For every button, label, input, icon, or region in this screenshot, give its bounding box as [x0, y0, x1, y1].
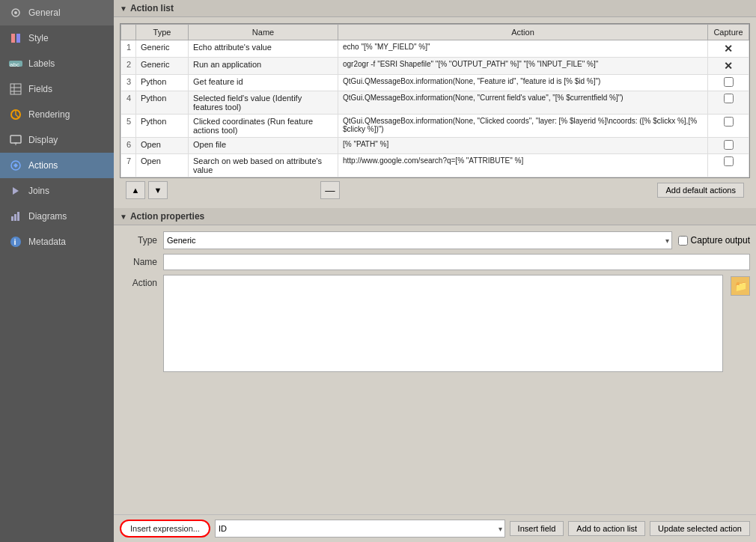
row-type: Python [136, 115, 189, 138]
sidebar-item-general[interactable]: General [0, 0, 114, 25]
row-capture[interactable] [708, 154, 749, 177]
sidebar-label-metadata: Metadata [28, 237, 66, 247]
main-content: ▼ Action list Type Name Action Capture 1… [114, 0, 756, 542]
capture-checkbox[interactable] [724, 94, 734, 103]
capture-checkbox[interactable] [724, 77, 734, 87]
row-name: Open file [189, 138, 338, 154]
row-type: Python [136, 75, 189, 91]
capture-checkbox[interactable] [724, 117, 734, 127]
btn-insert-field[interactable]: Insert field [510, 521, 564, 536]
capture-output-checkbox[interactable] [678, 236, 688, 246]
type-label: Type [120, 235, 157, 246]
row-type: Python [136, 91, 189, 115]
btn-move-down[interactable]: ▼ [148, 181, 168, 199]
capture-checkbox[interactable] [724, 140, 734, 150]
sidebar: General Style abc Labels Fields Renderin… [0, 0, 114, 542]
row-name: Run an application [189, 58, 338, 75]
sidebar-item-display[interactable]: Display [0, 127, 114, 153]
svg-rect-17 [14, 214, 16, 221]
capture-output-row: Capture output [678, 235, 750, 246]
row-num: 5 [121, 115, 136, 138]
row-capture[interactable] [708, 75, 749, 91]
btn-folder[interactable]: 📁 [731, 276, 750, 296]
row-type: Open [136, 154, 189, 177]
row-capture[interactable]: ✕ [708, 58, 749, 75]
action-props-header[interactable]: ▼ Action properties [114, 208, 756, 225]
sidebar-label-general: General [28, 7, 61, 18]
name-label: Name [120, 257, 157, 267]
action-textarea-wrapper [163, 275, 723, 372]
capture-checkbox[interactable] [724, 156, 734, 166]
sidebar-label-labels: Labels [28, 58, 55, 69]
col-name-header: Name [189, 25, 338, 40]
table-row[interactable]: 6OpenOpen file[% "PATH" %] [121, 138, 749, 154]
sidebar-label-display: Display [28, 135, 58, 145]
action-props-title: Action properties [130, 211, 204, 222]
row-capture[interactable] [708, 138, 749, 154]
joins-icon [9, 184, 22, 198]
sidebar-item-rendering[interactable]: Rendering [0, 102, 114, 127]
svg-rect-6 [10, 84, 21, 94]
row-action: QtGui.QMessageBox.information(None, "Cur… [338, 91, 708, 115]
metadata-icon: i [9, 235, 22, 249]
row-capture[interactable] [708, 91, 749, 115]
action-list-arrow: ▼ [120, 4, 127, 13]
svg-text:i: i [14, 237, 16, 246]
row-num: 7 [121, 154, 136, 177]
btn-remove[interactable]: — [320, 181, 340, 199]
row-type: Generic [136, 40, 189, 58]
row-action: QtGui.QMessageBox.information(None, "Cli… [338, 115, 708, 138]
action-list-header[interactable]: ▼ Action list [114, 0, 756, 17]
btn-move-up[interactable]: ▲ [126, 181, 145, 199]
row-action: http://www.google.com/search?q=[% "ATTRI… [338, 154, 708, 177]
style-icon [9, 31, 22, 45]
sidebar-item-diagrams[interactable]: Diagrams [0, 204, 114, 229]
sidebar-item-style[interactable]: Style [0, 25, 114, 51]
table-row[interactable]: 3PythonGet feature idQtGui.QMessageBox.i… [121, 75, 749, 91]
row-capture[interactable] [708, 115, 749, 138]
sidebar-item-actions[interactable]: Actions [0, 153, 114, 178]
table-row[interactable]: 4PythonSelected field's value (Identify … [121, 91, 749, 115]
name-input[interactable] [163, 254, 750, 270]
row-name: Selected field's value (Identify feature… [189, 91, 338, 115]
sidebar-label-diagrams: Diagrams [28, 211, 67, 222]
action-table: Type Name Action Capture 1GenericEcho at… [121, 24, 749, 177]
row-action: ogr2ogr -f "ESRI Shapefile" "[% "OUTPUT_… [338, 58, 708, 75]
row-action: echo "[% "MY_FIELD" %]" [338, 40, 708, 58]
svg-rect-2 [11, 34, 15, 43]
action-textarea[interactable] [163, 275, 723, 372]
table-row[interactable]: 2GenericRun an applicationogr2ogr -f "ES… [121, 58, 749, 75]
labels-icon: abc [9, 57, 22, 70]
sidebar-item-labels[interactable]: abc Labels [0, 51, 114, 76]
table-buttons: ▲ ▼ — Add default actions [120, 178, 750, 202]
sidebar-item-joins[interactable]: Joins [0, 178, 114, 204]
type-select[interactable]: Generic Python Open Mac Windows Unix [163, 231, 672, 249]
row-action: QtGui.QMessageBox.information(None, "Fea… [338, 75, 708, 91]
general-icon [9, 6, 22, 19]
row-num: 3 [121, 75, 136, 91]
btn-add-action-list[interactable]: Add to action list [568, 521, 645, 536]
row-name: Get feature id [189, 75, 338, 91]
btn-insert-expression[interactable]: Insert expression... [120, 520, 210, 538]
table-row[interactable]: 1GenericEcho attribute's valueecho "[% "… [121, 40, 749, 58]
sidebar-item-metadata[interactable]: i Metadata [0, 229, 114, 255]
btn-update-selected-action[interactable]: Update selected action [650, 521, 750, 536]
action-label: Action [120, 275, 157, 288]
btn-default-actions[interactable]: Add default actions [657, 183, 744, 198]
type-row: Type Generic Python Open Mac Windows Uni… [120, 231, 750, 249]
table-row[interactable]: 7OpenSearch on web based on attribute's … [121, 154, 749, 177]
row-action: [% "PATH" %] [338, 138, 708, 154]
action-list-title: Action list [130, 3, 174, 13]
row-num: 6 [121, 138, 136, 154]
table-row[interactable]: 5PythonClicked coordinates (Run feature … [121, 115, 749, 138]
row-capture[interactable]: ✕ [708, 40, 749, 58]
col-num [121, 25, 136, 40]
action-table-wrapper: Type Name Action Capture 1GenericEcho at… [120, 23, 750, 178]
col-capture-header: Capture [708, 25, 749, 40]
sidebar-item-fields[interactable]: Fields [0, 76, 114, 102]
row-num: 4 [121, 91, 136, 115]
action-field-row: Action 📁 [120, 275, 750, 508]
field-select[interactable]: ID [215, 520, 505, 538]
row-name: Search on web based on attribute's value [189, 154, 338, 177]
sidebar-label-rendering: Rendering [28, 109, 70, 120]
